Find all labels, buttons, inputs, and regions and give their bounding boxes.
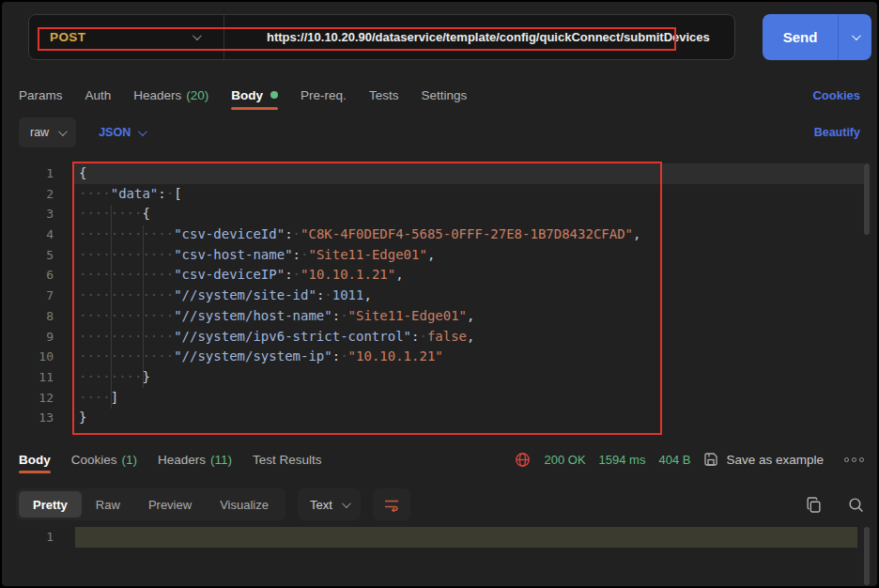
copy-icon[interactable] [806,497,822,513]
tab-headers[interactable]: Headers (20) [133,88,208,102]
code-line: 7············"//system/site-id":·1011, [8,286,871,306]
response-actions [806,497,864,513]
more-options-button[interactable] [844,457,864,462]
code-content: { [79,163,86,184]
view-tab-pretty[interactable]: Pretty [19,491,82,518]
cookies-link[interactable]: Cookies [812,88,860,102]
code-line: 11········} [8,367,871,388]
method-dropdown[interactable]: POST [29,15,224,59]
save-as-example-button[interactable]: Save as example [703,452,824,467]
code-content: ····] [79,388,118,409]
tab-params[interactable]: Params [19,88,63,102]
code-content: ············"//system/site-id":·1011, [79,286,372,306]
code-line: 2····"data":·[ [8,184,871,205]
response-scrollbar[interactable] [864,527,870,585]
save-icon [703,452,718,467]
tab-body[interactable]: Body [231,88,278,102]
body-format-dropdown[interactable]: raw [19,117,76,147]
response-time[interactable]: 1594 ms [599,453,646,467]
line-number: 5 [8,245,54,266]
response-status-group: 200 OK 1594 ms 404 B Save as example [515,452,864,468]
line-number: 13 [8,408,54,428]
body-toolbar: raw JSON Beautify [19,116,860,148]
code-line: 8············"//system/host-name":·"Site… [8,306,871,327]
line-number: 2 [8,184,54,205]
tab-auth[interactable]: Auth [85,88,112,102]
request-page: POST https://10.10.20.90/dataservice/tem… [2,2,877,586]
code-line: 6············"csv-deviceIP":·"10.10.1.21… [8,265,871,286]
method-label: POST [50,30,85,44]
code-content: ············"//system/system-ip":·"10.10… [79,347,443,367]
line-number: 8 [8,306,54,327]
send-button-group: Send [763,14,871,60]
wrap-text-button[interactable] [373,488,410,520]
line-number: 1 [8,163,54,184]
code-content: ········} [79,367,150,388]
tab-pre-request[interactable]: Pre-req. [301,88,347,102]
code-content: ············"csv-deviceId":·"C8K-4F0DEDF… [79,224,641,245]
response-tab-test-results[interactable]: Test Results [253,453,322,467]
line-number: 12 [8,388,54,409]
code-line: 3········{ [8,204,871,224]
view-tab-raw[interactable]: Raw [82,491,134,518]
view-tab-preview[interactable]: Preview [134,491,206,518]
request-tabs: Params Auth Headers (20) Body Pre-req. T… [19,81,860,109]
wrap-text-icon [383,497,400,512]
response-toolbar: Pretty Raw Preview Visualize Text [16,488,864,520]
send-options-button[interactable] [838,14,871,60]
code-line: 10············"//system/system-ip":·"10.… [8,347,871,367]
code-line: 13} [8,408,871,428]
line-number: 4 [8,224,54,245]
code-line: 12····] [8,388,871,409]
cookies-count-badge: (1) [122,453,138,467]
response-tab-headers[interactable]: Headers (11) [158,453,232,467]
headers-count-badge: (20) [186,88,208,102]
line-number: 6 [8,265,54,286]
line-number: 3 [8,204,54,224]
line-number: 9 [8,327,54,348]
chevron-down-icon [193,31,202,40]
code-line: 9············"//system/ipv6-strict-contr… [8,327,871,348]
response-tab-cookies[interactable]: Cookies (1) [71,453,137,467]
response-view-tabs: Pretty Raw Preview Visualize [16,488,285,520]
editor-scrollbar[interactable] [864,163,870,235]
code-content: } [79,408,86,428]
code-content: ············"//system/host-name":·"Site1… [79,306,474,327]
headers-count-badge: (11) [210,453,232,467]
code-content: ············"//system/ipv6-strict-contro… [79,327,475,348]
line-number: 7 [8,286,54,306]
code-line: 4············"csv-deviceId":·"C8K-4F0DED… [8,224,871,245]
code-content: ············"csv-deviceIP":·"10.10.1.21"… [79,265,404,286]
response-highlighted-line [75,527,857,548]
chevron-down-icon [138,127,147,136]
line-number: 11 [8,367,54,388]
code-lines: 1{2····"data":·[3········{4············"… [8,163,871,428]
status-code[interactable]: 200 OK [544,453,585,467]
app-window: POST https://10.10.20.90/dataservice/tem… [0,0,879,588]
url-input[interactable]: https://10.10.20.90/dataservice/template… [224,30,710,44]
response-body-editor[interactable]: 1 [8,524,871,586]
code-content: ········{ [79,204,150,224]
send-button[interactable]: Send [763,14,838,60]
response-format-dropdown[interactable]: Text [298,488,361,520]
request-body-editor[interactable]: 1{2····"data":·[3········{4············"… [8,160,871,436]
code-content: ····"data":·[ [79,184,182,205]
search-icon[interactable] [848,497,864,513]
code-line: 1{ [8,163,871,184]
beautify-button[interactable]: Beautify [814,126,860,139]
response-tab-body[interactable]: Body [19,453,51,467]
tab-settings[interactable]: Settings [421,88,467,102]
tab-tests[interactable]: Tests [369,88,399,102]
code-content: ············"csv-host-name":·"Site11-Edg… [79,245,435,266]
body-modified-dot-icon [270,91,278,99]
url-bar: POST https://10.10.20.90/dataservice/tem… [28,14,735,60]
language-dropdown[interactable]: JSON [99,126,145,139]
chevron-down-icon [342,499,351,508]
line-number: 10 [8,347,54,367]
ssl-warning-globe-icon[interactable] [515,452,531,468]
chevron-down-icon [852,31,861,40]
view-tab-visualize[interactable]: Visualize [206,491,283,518]
response-size[interactable]: 404 B [658,453,690,467]
chevron-down-icon [58,127,68,136]
response-header: Body Cookies (1) Headers (11) Test Resul… [19,443,864,475]
